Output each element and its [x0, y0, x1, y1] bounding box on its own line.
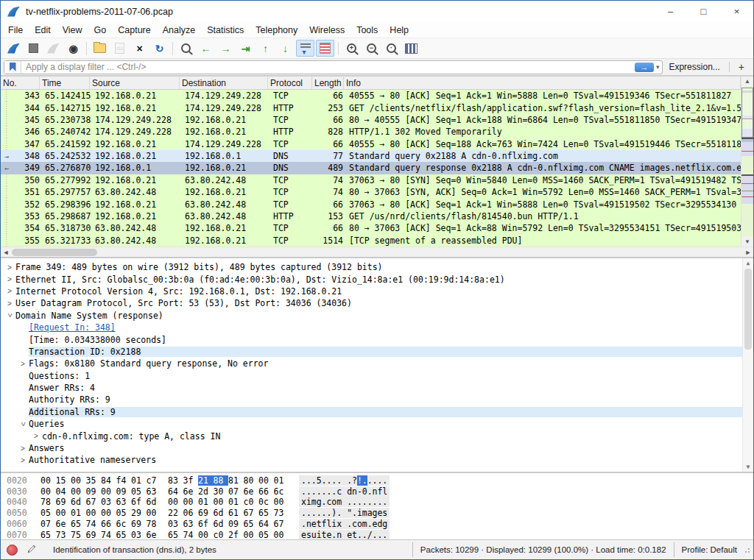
go-top-icon[interactable]: ↑ — [256, 40, 275, 57]
details-vertical-scrollbar[interactable]: ▲ ▼ — [742, 258, 753, 472]
capture-options-icon[interactable]: ◉ — [64, 40, 82, 57]
resize-columns-icon[interactable] — [402, 40, 420, 57]
capture-comment-icon[interactable] — [27, 544, 37, 556]
column-header-info[interactable]: Info — [344, 77, 741, 89]
close-file-icon[interactable]: × — [130, 40, 149, 57]
maximize-button[interactable]: □ — [687, 1, 720, 22]
horizontal-scrollbar-thumb[interactable] — [12, 249, 97, 256]
go-forward-icon[interactable]: → — [216, 40, 235, 57]
detail-line[interactable]: Answer RRs: 4 — [1, 382, 753, 394]
auto-scroll-icon[interactable] — [296, 40, 314, 57]
detail-line[interactable]: >Answers — [1, 442, 753, 454]
packet-row-354[interactable]: 35465.31873063.80.242.48192.168.0.21TCP6… — [1, 222, 742, 234]
packet-list-vertical-scrollbar[interactable]: ▲ ▼ — [741, 77, 753, 247]
zoom-in-icon[interactable] — [342, 40, 361, 57]
packet-row-347[interactable]: 34765.241592192.168.0.21174.129.249.228T… — [1, 138, 742, 150]
detail-line[interactable]: Transaction ID: 0x2188 — [1, 346, 753, 358]
packet-row-348[interactable]: →34865.242532192.168.0.21192.168.0.1DNS7… — [1, 150, 742, 162]
column-header-length[interactable]: Length — [312, 77, 344, 89]
hex-row-0060[interactable]: 0060076e6574666c697803636f6d09656467.net… — [7, 519, 753, 530]
find-packet-icon[interactable] — [177, 40, 195, 57]
hex-row-0020[interactable]: 00200015003584f401c7833f218881800001...5… — [7, 475, 753, 486]
hex-row-0070[interactable]: 0070657375697465036e657400c02f000500esui… — [7, 530, 753, 539]
expand-icon[interactable]: > — [17, 444, 29, 453]
packet-row-352[interactable]: 35265.298396192.168.0.2163.80.242.48TCP6… — [1, 198, 742, 210]
scroll-left-icon[interactable]: ◄ — [1, 249, 11, 256]
column-header-destination[interactable]: Destination — [180, 77, 268, 89]
apply-filter-button[interactable]: → — [635, 63, 654, 72]
resize-grip[interactable] — [744, 546, 752, 553]
packet-row-346[interactable]: 34665.240742174.129.249.228192.168.0.21H… — [1, 126, 742, 138]
go-back-icon[interactable]: ← — [197, 40, 215, 57]
detail-line[interactable]: >Internet Protocol Version 4, Src: 192.1… — [1, 286, 753, 297]
detail-line[interactable]: >User Datagram Protocol, Src Port: 53 (5… — [1, 297, 753, 309]
menu-help[interactable]: Help — [384, 24, 415, 37]
minimize-button[interactable]: – — [654, 1, 687, 22]
packet-row-350[interactable]: 35065.277992192.168.0.2163.80.242.48TCP7… — [1, 174, 742, 186]
hex-row-0030[interactable]: 00300004000900090563646e2d30076e666c....… — [7, 486, 753, 497]
start-capture-icon[interactable] — [4, 40, 23, 57]
scroll-up-icon[interactable]: ▲ — [741, 77, 753, 86]
menu-wireless[interactable]: Wireless — [303, 24, 350, 37]
go-to-packet-icon[interactable]: ⇥ — [236, 40, 255, 57]
packet-minimap-track[interactable] — [741, 86, 753, 237]
expand-icon[interactable]: > — [30, 432, 42, 440]
expand-icon[interactable]: > — [17, 456, 29, 464]
packet-row-343[interactable]: 34365.142415192.168.0.21174.129.249.228T… — [1, 90, 742, 102]
stop-capture-icon[interactable] — [24, 40, 43, 57]
menu-statistics[interactable]: Statistics — [201, 24, 250, 37]
collapse-icon[interactable]: > — [19, 418, 27, 430]
detail-line[interactable]: Questions: 1 — [1, 370, 753, 382]
menu-view[interactable]: View — [57, 24, 88, 37]
reload-file-icon[interactable]: ↻ — [150, 40, 169, 57]
detail-line[interactable]: >Frame 349: 489 bytes on wire (3912 bits… — [1, 261, 753, 273]
menu-capture[interactable]: Capture — [112, 24, 156, 37]
expand-icon[interactable]: > — [4, 300, 15, 308]
packet-row-349[interactable]: ←34965.276870192.168.0.1192.168.0.21DNS4… — [1, 162, 742, 174]
scroll-right-icon[interactable]: ► — [743, 249, 753, 256]
zoom-reset-icon[interactable] — [382, 40, 401, 57]
profile-button[interactable]: Profile: Default — [674, 542, 744, 557]
detail-line[interactable]: >cdn-0.nflximg.com: type A, class IN — [1, 430, 753, 442]
menu-edit[interactable]: Edit — [29, 24, 57, 37]
collapse-icon[interactable]: > — [6, 310, 14, 322]
detail-line[interactable]: >Flags: 0x8180 Standard query response, … — [1, 358, 753, 369]
open-file-icon[interactable] — [91, 40, 109, 57]
colorize-icon[interactable] — [316, 40, 334, 57]
packet-list-horizontal-scrollbar[interactable]: ◄ ► — [1, 247, 753, 257]
packet-row-351[interactable]: 35165.29775763.80.242.48192.168.0.21TCP7… — [1, 186, 742, 198]
detail-line[interactable]: Additional RRs: 9 — [1, 406, 753, 418]
details-scroll-down-icon[interactable]: ▼ — [743, 462, 753, 472]
detail-line[interactable]: >Domain Name System (response) — [1, 310, 753, 322]
packet-row-355[interactable]: 35565.32173363.80.242.48192.168.0.21TCP1… — [1, 235, 742, 247]
detail-line[interactable]: >Ethernet II, Src: Globalsc_00:3b:0a (f0… — [1, 273, 753, 285]
scrollbar-thumb[interactable] — [741, 88, 753, 138]
menu-file[interactable]: File — [2, 24, 29, 37]
menu-telephony[interactable]: Telephony — [250, 24, 303, 37]
expand-icon[interactable]: > — [17, 360, 29, 368]
expand-icon[interactable]: > — [4, 263, 15, 272]
expert-info-icon[interactable] — [7, 545, 18, 556]
menu-go[interactable]: Go — [88, 24, 113, 37]
hex-row-0040[interactable]: 004078696d6703636f6d0000010001c00c00ximg… — [7, 497, 753, 508]
go-bottom-icon[interactable]: ↓ — [276, 40, 295, 57]
filter-history-caret-icon[interactable]: ▾ — [656, 63, 660, 71]
expand-icon[interactable]: > — [4, 287, 15, 295]
packet-row-345[interactable]: 34565.230738174.129.249.228192.168.0.21T… — [1, 114, 742, 126]
packet-row-344[interactable]: 34465.142715192.168.0.21174.129.249.228H… — [1, 102, 742, 113]
expand-icon[interactable]: > — [4, 275, 15, 283]
column-header-no[interactable]: No. — [1, 77, 40, 89]
zoom-out-icon[interactable] — [362, 40, 381, 57]
menu-analyze[interactable]: Analyze — [157, 24, 201, 37]
packet-row-353[interactable]: 35365.298687192.168.0.2163.80.242.48HTTP… — [1, 210, 742, 222]
details-scrollbar-thumb[interactable] — [744, 269, 752, 350]
column-header-source[interactable]: Source — [90, 77, 180, 89]
column-header-time[interactable]: Time — [40, 77, 90, 89]
column-header-protocol[interactable]: Protocol — [268, 77, 312, 89]
expression-button[interactable]: Expression... — [669, 62, 719, 72]
filter-bookmark-button[interactable] — [4, 61, 21, 74]
scroll-down-icon[interactable]: ▼ — [741, 237, 753, 247]
detail-line[interactable]: [Request In: 348] — [1, 322, 753, 333]
detail-line[interactable]: [Time: 0.034338000 seconds] — [1, 333, 753, 345]
add-filter-button[interactable]: + — [733, 61, 750, 73]
